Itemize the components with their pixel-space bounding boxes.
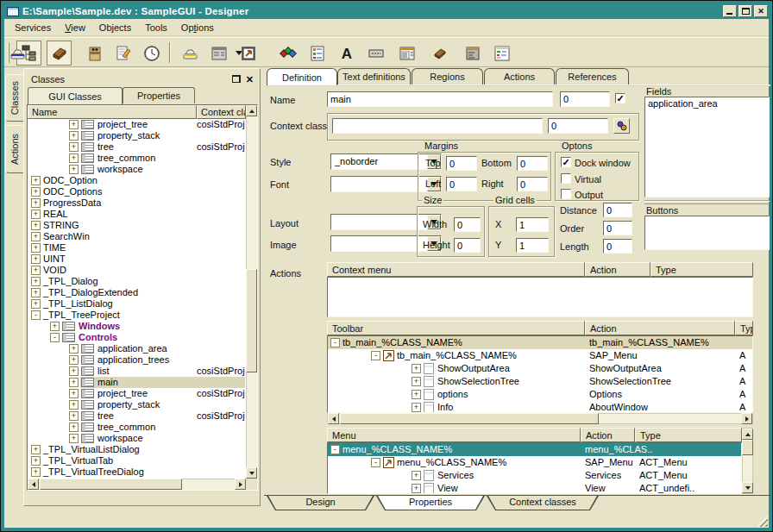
tree-row[interactable]: +tree_common: [28, 422, 246, 433]
action-column[interactable]: Action: [585, 321, 735, 335]
image-button[interactable]: [236, 41, 261, 66]
expand-toggle[interactable]: +: [31, 288, 41, 297]
expand-toggle[interactable]: +: [412, 377, 421, 386]
scroll-thumb[interactable]: [742, 440, 753, 455]
collapse-toggle[interactable]: -: [330, 445, 340, 454]
table-row[interactable]: +InfoAboutWindowA: [328, 401, 752, 413]
order-input[interactable]: [603, 221, 632, 235]
expand-toggle[interactable]: +: [69, 434, 79, 443]
close-button[interactable]: ✕: [754, 5, 768, 17]
distance-input[interactable]: [603, 203, 632, 217]
expand-toggle[interactable]: +: [31, 456, 41, 466]
expand-toggle[interactable]: +: [69, 344, 79, 354]
expand-toggle[interactable]: +: [69, 120, 79, 129]
menu-objects[interactable]: Objects: [92, 21, 138, 34]
close-panel-icon[interactable]: ✕: [246, 75, 254, 84]
minimize-button[interactable]: [723, 5, 737, 17]
margin-top-input[interactable]: [446, 156, 477, 171]
tree-row[interactable]: +ProgressData: [28, 197, 246, 209]
expand-toggle[interactable]: +: [412, 403, 421, 412]
width-input[interactable]: [454, 217, 481, 232]
expand-toggle[interactable]: +: [412, 484, 421, 493]
menu-options[interactable]: Options: [174, 21, 221, 34]
expand-toggle[interactable]: +: [69, 400, 79, 410]
tree-row[interactable]: +TIME: [28, 242, 246, 253]
side-tab-actions[interactable]: Actions: [5, 125, 23, 173]
bottom-tab-design[interactable]: Design: [267, 496, 374, 510]
tab-references[interactable]: References: [556, 68, 629, 84]
table-row[interactable]: -tb_main_%CLASS_NAME%SAP_MenuA: [328, 349, 752, 362]
tree-row[interactable]: +listcosiStdProje: [28, 366, 246, 377]
scroll-right-button[interactable]: [235, 479, 246, 490]
tree-row[interactable]: +Windows: [28, 321, 246, 332]
collapse-toggle[interactable]: -: [330, 338, 340, 347]
tree-row[interactable]: +treecosiStdProje: [28, 410, 246, 422]
title-bar[interactable]: E:\Sample\Sample.dev : SampleGUI - Desig…: [4, 3, 769, 19]
expand-toggle[interactable]: +: [69, 389, 79, 398]
menu-column[interactable]: Menu: [327, 428, 581, 442]
eraser-button[interactable]: [47, 41, 72, 66]
expand-toggle[interactable]: +: [69, 366, 79, 376]
expand-toggle[interactable]: +: [31, 210, 41, 219]
package-button[interactable]: [82, 41, 107, 66]
tree-row[interactable]: +_TPL_VirtualListDialog: [28, 444, 246, 455]
tab-definition[interactable]: Definition: [267, 68, 337, 85]
tree-row[interactable]: +application_area: [28, 343, 246, 354]
tree-row[interactable]: +_TPL_VirtualTreeDialog: [28, 466, 246, 478]
expand-toggle[interactable]: +: [69, 142, 79, 152]
tree-row[interactable]: +_TPL_ListDialog: [28, 298, 246, 310]
fields-buttons-splitter[interactable]: [644, 200, 770, 204]
table-row[interactable]: +ShowSelectionTreeShowSelectionTreeA: [328, 375, 752, 388]
grid-y-input[interactable]: [516, 238, 549, 253]
expand-toggle[interactable]: +: [412, 471, 421, 480]
context-class-index-input[interactable]: [548, 118, 608, 134]
expand-toggle[interactable]: +: [31, 266, 41, 275]
tree-row[interactable]: +workspace: [28, 433, 246, 444]
tree-row[interactable]: -Controls: [28, 332, 246, 343]
scroll-thumb[interactable]: [40, 479, 182, 490]
expand-toggle[interactable]: +: [31, 232, 41, 241]
drive-yellow-button[interactable]: [177, 41, 202, 66]
expand-toggle[interactable]: +: [31, 277, 41, 286]
expand-toggle[interactable]: +: [69, 153, 79, 163]
expand-toggle[interactable]: +: [69, 131, 79, 141]
expand-toggle[interactable]: +: [31, 198, 41, 208]
expand-toggle[interactable]: +: [31, 467, 41, 477]
tree-row[interactable]: +_TPL_Dialog: [28, 276, 246, 287]
tab-actions[interactable]: Actions: [484, 68, 555, 84]
expand-toggle[interactable]: +: [69, 411, 79, 421]
expand-toggle[interactable]: +: [31, 176, 41, 185]
list-button[interactable]: [305, 41, 330, 66]
scroll-thumb[interactable]: [246, 269, 257, 372]
name-checkbox[interactable]: [615, 93, 625, 103]
margin-bottom-input[interactable]: [517, 156, 548, 171]
tree-row[interactable]: +tree_common: [28, 153, 246, 164]
fields-list[interactable]: application_area: [644, 97, 770, 197]
tree-row[interactable]: -_TPL_TreeProject: [28, 310, 246, 321]
maximize-button[interactable]: [738, 5, 752, 17]
type-column[interactable]: Type: [635, 428, 742, 442]
table-row[interactable]: -menu_%CLASS_NAME%menu_%CLAS..: [328, 443, 741, 456]
menu-table-vscrollbar[interactable]: [742, 428, 753, 494]
menu-services[interactable]: Services: [8, 21, 58, 34]
float-panel-icon[interactable]: [232, 75, 241, 83]
scroll-up-button[interactable]: [246, 105, 257, 116]
window-list-button[interactable]: [394, 41, 419, 66]
scroll-down-button[interactable]: [246, 467, 257, 479]
expand-toggle[interactable]: +: [412, 364, 421, 373]
window-items-button[interactable]: [489, 41, 514, 66]
tree-row[interactable]: +STRING: [28, 220, 246, 231]
tree-row[interactable]: +project_treecosiStdProje: [28, 388, 246, 399]
expand-toggle[interactable]: +: [31, 254, 41, 264]
expand-toggle[interactable]: +: [69, 422, 79, 432]
tree-row[interactable]: +application_trees: [28, 354, 246, 366]
length-input[interactable]: [603, 239, 632, 253]
tree-row[interactable]: +ODC_Option: [28, 175, 246, 186]
list-item[interactable]: application_area: [645, 97, 769, 110]
collapse-toggle[interactable]: -: [50, 333, 60, 342]
type-column[interactable]: Type: [735, 321, 753, 335]
tree-row[interactable]: +treecosiStdProje: [28, 141, 246, 153]
tab-regions[interactable]: Regions: [412, 68, 483, 84]
table-row[interactable]: +optionsOptionsA: [328, 388, 752, 401]
button-button[interactable]: [363, 41, 388, 66]
